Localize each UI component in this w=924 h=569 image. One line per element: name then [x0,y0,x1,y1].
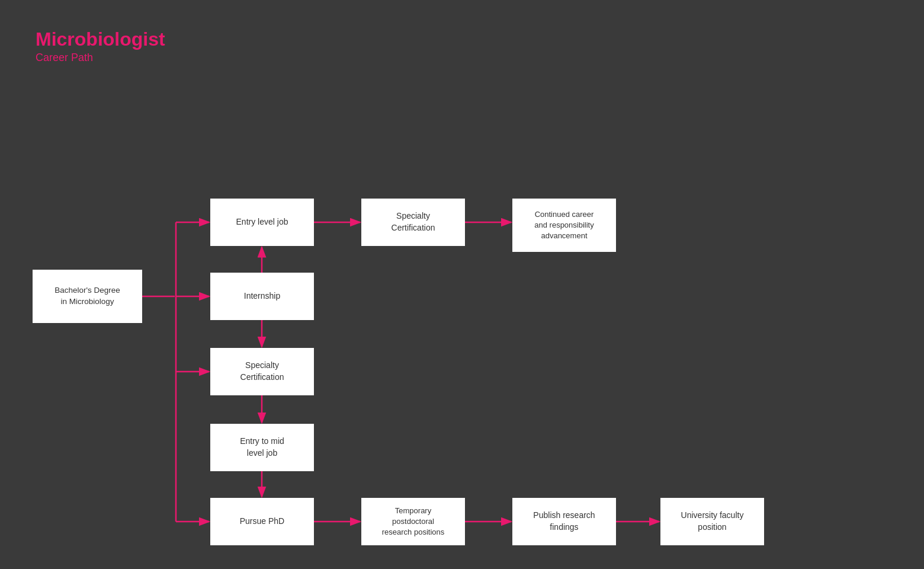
diagram: Bachelor's Degreein Microbiology Entry l… [0,83,924,569]
node-temp-postdoc: Temporarypostdoctoralresearch positions [361,498,465,545]
node-specialty-cert2: SpecialtyCertification [361,199,465,246]
node-entry-mid: Entry to midlevel job [210,424,314,471]
node-pursue-phd: Pursue PhD [210,498,314,545]
page-title: Microbiologist [36,28,165,50]
node-internship: Internship [210,273,314,320]
node-specialty-cert: SpecialtyCertification [210,348,314,395]
page-subtitle: Career Path [36,52,165,64]
node-entry-level: Entry level job [210,199,314,246]
node-continued-career: Continued careerand responsibilityadvanc… [512,199,616,252]
arrows-svg [0,83,924,569]
node-bachelors: Bachelor's Degreein Microbiology [33,270,142,323]
node-publish-research: Publish researchfindings [512,498,616,545]
node-university-faculty: University facultyposition [660,498,764,545]
header: Microbiologist Career Path [36,28,165,64]
